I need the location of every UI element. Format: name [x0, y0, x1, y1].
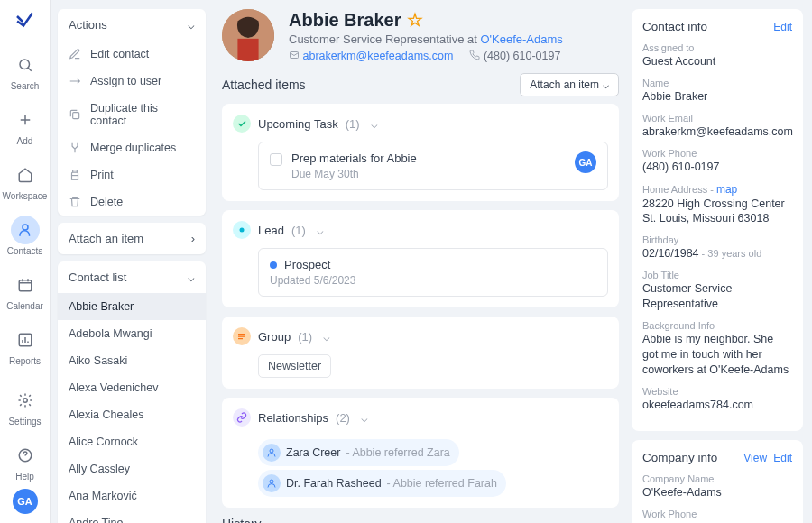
group-card: Group (1) ⌵ Newsletter [222, 317, 619, 389]
gear-icon [11, 386, 40, 415]
rel-label: Relationships [258, 411, 328, 425]
action-edit-contact[interactable]: Edit contact [58, 41, 206, 68]
edit-contact-info[interactable]: Edit [773, 21, 792, 33]
chevron-down-icon[interactable]: ⌵ [361, 411, 368, 425]
chevron-down-icon[interactable]: ⌵ [317, 224, 324, 237]
app-logo[interactable] [14, 9, 36, 31]
phone-row: (480) 610-0197 [469, 50, 560, 62]
lead-card: Lead (1) ⌵ Prospect Updated 5/6/2023 [222, 210, 619, 307]
lead-icon [233, 221, 251, 239]
rail-reports[interactable]: Reports [0, 318, 50, 373]
user-avatar[interactable]: GA [13, 489, 38, 514]
help-icon [11, 441, 40, 470]
relationship-icon [233, 408, 251, 427]
task-item[interactable]: Prep materials for Abbie Due May 30th GA [258, 142, 608, 190]
contact-list-item[interactable]: Adebola Mwangi [58, 320, 206, 347]
view-company[interactable]: View [743, 452, 767, 464]
svg-point-0 [20, 60, 30, 69]
group-icon [233, 327, 251, 345]
calendar-icon [11, 271, 40, 299]
relationship-pill[interactable]: Dr. Farah Rasheed - Abbie referred Farah [258, 470, 506, 497]
contact-info-card: Contact info Edit Assigned toGuest Accou… [632, 9, 803, 431]
attached-items-title: Attached items [222, 78, 306, 92]
chevron-down-icon: ⌵ [188, 271, 195, 284]
contact-list-item[interactable]: Alexia Cheales [58, 401, 206, 428]
action-delete[interactable]: Delete [58, 188, 206, 216]
svg-point-4 [23, 399, 27, 403]
company-link[interactable]: O'Keefe-Adams [480, 32, 562, 46]
rail-settings[interactable]: Settings [0, 379, 50, 434]
lead-label: Lead [258, 224, 284, 237]
action-print[interactable]: Print [58, 161, 206, 188]
status-dot [270, 262, 277, 269]
contact-list-panel: Contact list ⌵ Abbie Braker Adebola Mwan… [58, 262, 206, 523]
assignee-avatar[interactable]: GA [575, 151, 596, 173]
person-icon [263, 474, 281, 492]
relationships-card: Relationships (2) ⌵ Zara Creer - Abbie r… [222, 398, 619, 508]
action-merge[interactable]: Merge duplicates [58, 134, 206, 161]
svg-rect-10 [237, 39, 258, 61]
contact-list-item[interactable]: Aiko Sasaki [58, 347, 206, 374]
chevron-down-icon: ⌵ [603, 78, 609, 91]
rail-workspace[interactable]: Workspace [0, 153, 50, 208]
task-card: Upcoming Task (1) ⌵ Prep materials for A… [222, 104, 619, 201]
star-icon[interactable]: ☆ [407, 9, 423, 31]
group-chip[interactable]: Newsletter [258, 354, 331, 378]
contact-list-item[interactable]: Abbie Braker [58, 293, 206, 320]
chevron-down-icon: ⌵ [188, 18, 195, 32]
action-duplicate[interactable]: Duplicate this contact [58, 95, 206, 134]
group-label: Group [258, 330, 291, 344]
nav-rail: Search Add Workspace Contacts Calendar R… [0, 0, 51, 523]
chevron-down-icon[interactable]: ⌵ [371, 117, 378, 131]
map-link[interactable]: map [716, 183, 737, 196]
relationship-pill[interactable]: Zara Creer - Abbie referred Zara [258, 439, 459, 466]
actions-toggle[interactable]: Actions ⌵ [58, 9, 206, 41]
contact-role: Customer Service Representative at O'Kee… [289, 32, 563, 46]
svg-point-12 [240, 228, 245, 233]
email-row: abrakerkm@keefeadams.com [289, 50, 453, 62]
contact-list-item[interactable]: Alexa Vedenichev [58, 374, 206, 401]
person-icon [263, 444, 281, 462]
main-content: Abbie Braker ☆ Customer Service Represen… [213, 0, 812, 523]
edit-company[interactable]: Edit [773, 452, 792, 464]
rail-help[interactable]: Help [0, 434, 50, 489]
svg-point-1 [23, 225, 28, 230]
person-icon [11, 216, 40, 244]
svg-point-13 [270, 449, 273, 453]
attach-item-button[interactable]: Attach an item ⌵ [520, 73, 619, 96]
rail-search[interactable]: Search [0, 43, 50, 98]
rail-contacts[interactable]: Contacts [0, 208, 50, 263]
contact-list-item[interactable]: Andre Tine [58, 509, 206, 523]
chevron-down-icon[interactable]: ⌵ [323, 330, 330, 344]
actions-panel: Actions ⌵ Edit contact Assign to user Du… [58, 9, 206, 216]
task-label: Upcoming Task [258, 117, 338, 131]
action-assign-user[interactable]: Assign to user [58, 68, 206, 95]
chevron-right-icon: › [191, 232, 195, 245]
contact-list-item[interactable]: Ally Cassley [58, 455, 206, 482]
rail-calendar[interactable]: Calendar [0, 263, 50, 318]
contact-list-toggle[interactable]: Contact list ⌵ [58, 262, 206, 293]
contact-header: Abbie Braker ☆ Customer Service Represen… [222, 9, 619, 62]
company-info-card: Company info View Edit Company NameO'Kee… [632, 440, 803, 523]
chart-icon [11, 326, 40, 354]
contact-avatar[interactable] [222, 9, 274, 61]
contact-name: Abbie Braker ☆ [289, 9, 563, 31]
rail-add[interactable]: Add [0, 98, 50, 153]
email-link[interactable]: abrakerkm@keefeadams.com [302, 50, 453, 62]
svg-rect-6 [73, 113, 79, 119]
lead-item[interactable]: Prospect Updated 5/6/2023 [258, 248, 608, 297]
svg-rect-2 [19, 280, 32, 291]
sidebar: Actions ⌵ Edit contact Assign to user Du… [51, 0, 213, 523]
task-icon [233, 115, 251, 133]
task-checkbox[interactable] [270, 153, 282, 166]
info-column: Contact info Edit Assigned toGuest Accou… [632, 9, 803, 523]
attach-item-panel[interactable]: Attach an item › [58, 223, 206, 254]
search-icon [11, 50, 40, 79]
contact-list-item[interactable]: Alice Cornock [58, 428, 206, 455]
company-info-title: Company info [642, 451, 717, 464]
contact-info-title: Contact info [642, 20, 707, 33]
history-title: History [222, 517, 619, 523]
contact-list-item[interactable]: Ana Marković [58, 482, 206, 509]
home-icon [11, 161, 40, 189]
svg-point-14 [270, 480, 273, 483]
